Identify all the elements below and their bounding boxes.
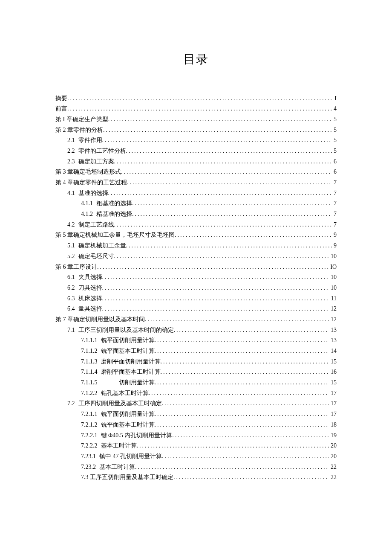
toc-entry-page: 11 [329, 294, 337, 303]
toc-row: 7.1.2.2钻孔基本工时计算17 [55, 388, 337, 398]
toc-entry-page: 9 [332, 230, 337, 240]
toc-entry-label: 第 3 章确定毛坯制造形式 [55, 167, 121, 177]
toc-leader-dots [155, 336, 329, 345]
toc-leader-dots [175, 230, 332, 240]
toc-row: 7.2工序四切削用量及基本工时确定17 [55, 398, 337, 409]
toc-entry-number: 7.1.1.2 [81, 346, 98, 356]
toc-entry-page: 5 [332, 115, 337, 124]
toc-entry-number: 7.1.1.5 [81, 378, 98, 387]
toc-entry-page: 22 [329, 462, 337, 472]
toc-leader-dots [108, 115, 332, 124]
toc-leader-dots [114, 252, 329, 261]
toc-entry-label: 量具选择 [78, 304, 102, 314]
toc-leader-dots [162, 399, 329, 408]
toc-row: 第 5 章确定机械加工余量，毛坯尺寸及毛坯图9 [55, 230, 337, 241]
toc-entry-label: 磨削平面基本工时计算 [101, 367, 161, 377]
toc-leader-dots [155, 410, 329, 419]
toc-entry-page: 13 [329, 336, 337, 345]
toc-container: 摘要I前言4第 I 章确定生产类型5第 2 章零件的分析52.1零件作用52.2… [55, 93, 337, 482]
toc-entry-page: 7 [332, 178, 337, 187]
toc-entry-page: 16 [329, 367, 337, 377]
toc-row: 7.1.1.1铣平面切削用量计算13 [55, 335, 337, 346]
toc-leader-dots [155, 346, 329, 356]
toc-entry-label: 工序四切削用量及基本工时确定 [78, 399, 162, 408]
toc-entry-number: 4.1.1 [81, 199, 93, 208]
toc-entry-number: 4.1 [67, 189, 75, 198]
toc-entry-number: 6.1 [67, 273, 75, 282]
toc-leader-dots [102, 136, 332, 145]
toc-entry-page: 15 [329, 378, 337, 387]
toc-row: 7.3 工序五切削用量及基本工时确定22 [55, 472, 337, 483]
toc-entry-label: 机床选择 [78, 294, 102, 303]
toc-entry-label: 摘要 [55, 94, 67, 103]
toc-entry-page: 10 [329, 252, 337, 261]
document-page: 目录 摘要I前言4第 I 章确定生产类型5第 2 章零件的分析52.1零件作用5… [0, 0, 392, 517]
toc-entry-label: 钻孔基本工时计算 [101, 389, 149, 398]
toc-entry-page: 18 [329, 420, 337, 430]
toc-leader-dots [161, 367, 329, 377]
toc-entry-number: 2.1 [67, 136, 75, 145]
toc-leader-dots [135, 462, 329, 472]
toc-row: 7.1.1.5 切削用量计算15 [55, 378, 337, 388]
toc-entry-page: 7 [332, 189, 337, 198]
toc-entry-number: 4.2 [67, 220, 75, 230]
toc-row: 7.1.1.2铣平面基本工时计算14 [55, 346, 337, 357]
toc-entry-label: 第 I 章确定生产类型 [55, 115, 108, 124]
toc-entry-page: 10 [329, 273, 337, 282]
toc-leader-dots [121, 167, 332, 177]
toc-entry-number: 5.2 [67, 252, 75, 261]
toc-entry-number: 4.1.2 [81, 209, 93, 219]
toc-row: 7.2.1.1铣平面切削用量计算17 [55, 409, 337, 420]
toc-entry-label: 精基准的选择 [96, 209, 132, 219]
toc-entry-page: 17 [329, 389, 337, 398]
toc-entry-number: 7.1.1.3 [81, 357, 98, 366]
toc-entry-number: 7.2.2.1 [81, 431, 98, 440]
toc-entry-label: 确定机械加工余量 [78, 241, 126, 250]
toc-row: 2.2零件的工艺性分析5 [55, 145, 337, 156]
toc-leader-dots [108, 189, 332, 198]
toc-entry-number: 7.2.2.2 [81, 441, 98, 450]
toc-entry-label: 镇中 47 孔切削用量计算 [99, 452, 162, 461]
toc-leader-dots [126, 241, 332, 250]
toc-leader-dots [102, 283, 329, 293]
toc-leader-dots [114, 157, 332, 166]
toc-leader-dots [103, 125, 332, 135]
toc-entry-label: 零件的工艺性分析 [78, 146, 126, 156]
toc-row: 7.23.2基本工时计算22 [55, 462, 337, 472]
toc-entry-label: 切削用量计算 [101, 378, 155, 387]
toc-entry-label: 第 5 章确定机械加工余量，毛坯尺寸及毛坯图 [55, 230, 175, 240]
toc-leader-dots [145, 315, 329, 324]
toc-row: 5.2确定毛坯尺寸10 [55, 251, 337, 262]
toc-entry-page: 17 [329, 399, 337, 408]
toc-entry-page: 6 [332, 167, 337, 177]
toc-row: 第 3 章确定毛坯制造形式6 [55, 167, 337, 177]
toc-entry-page: 13 [329, 325, 337, 335]
toc-entry-page: 19 [329, 431, 337, 440]
toc-entry-label: 制定工艺路线 [78, 220, 114, 230]
toc-entry-label: 确定毛坯尺寸 [78, 252, 114, 261]
toc-leader-dots [127, 178, 332, 187]
toc-entry-page: 10 [329, 283, 337, 293]
toc-row: 6.1夹具选择10 [55, 272, 337, 283]
toc-entry-number: 7.1.2.2 [81, 389, 98, 398]
toc-entry-label: 第 4 章确定零件的工艺过程 [55, 178, 127, 187]
toc-entry-page: 15 [329, 357, 337, 366]
toc-entry-label: 铣平面基本工时计算 [101, 346, 155, 356]
toc-leader-dots [162, 452, 329, 461]
toc-entry-number: 7.23.1 [81, 452, 96, 461]
toc-entry-label: 铣平面切削用量计算 [101, 336, 155, 345]
toc-row: 6.4量具选择12 [55, 304, 337, 314]
toc-row: 第 6 章工序设计IO [55, 262, 337, 272]
toc-leader-dots [126, 146, 332, 156]
toc-leader-dots [155, 420, 329, 430]
toc-entry-number: 2.3 [67, 157, 75, 166]
toc-leader-dots [102, 273, 329, 282]
toc-entry-number: 7.1.1.1 [81, 336, 98, 345]
toc-leader-dots [132, 209, 332, 219]
toc-row: 摘要I [55, 93, 337, 104]
toc-entry-label: 第 7 章确定切削用量以及基本时间 [55, 315, 145, 324]
toc-row: 7.2.2.2基本工时计算20 [55, 441, 337, 451]
toc-entry-label: 第 2 章零件的分析 [55, 125, 103, 135]
toc-entry-number: 6.4 [67, 304, 75, 314]
toc-entry-page: 20 [329, 441, 337, 450]
